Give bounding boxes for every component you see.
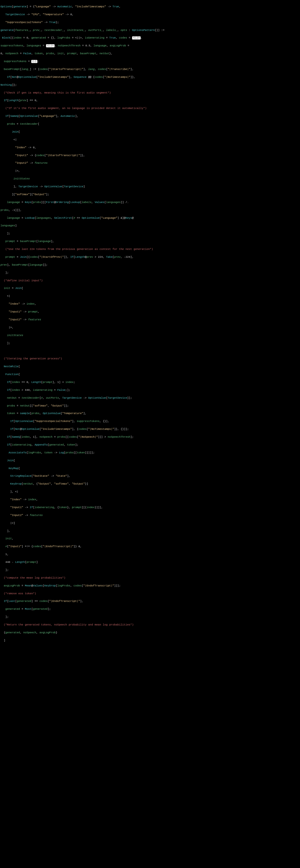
code-line: ]; (0, 232, 300, 236)
code-line: (*Use the last 224 tokens from the previ… (0, 247, 300, 251)
list-pill[interactable]: {…} (31, 60, 37, 63)
code-line: ], (0, 529, 300, 533)
code-line: (*remove eos token*) (0, 592, 300, 596)
code-line: "Input1" -> {codes["|StartofTranscript|"… (0, 154, 300, 158)
code-line: 448 - Length[prompt] (0, 560, 300, 564)
code-line: "Input1" -> prompt, (0, 310, 300, 314)
code-line: language = Keys[probs][[First@Ordering[L… (0, 200, 300, 205)
code-line: Function[ (0, 373, 300, 377)
code-line: ], <| (0, 490, 300, 494)
code-line: prompt = basePrompt[language], (0, 240, 300, 244)
code-line: (*Check if gen is empty, meaning this is… (0, 91, 300, 95)
code-line: If[SameQ[OptionValue["Language"], Automa… (0, 114, 300, 118)
code-line: TargetDevice -> "CPU", "Temperature" -> … (0, 13, 300, 17)
code-line: |>, (0, 326, 300, 330)
code-line: ] (0, 639, 300, 643)
code-line: |>, (0, 169, 300, 173)
code-line: KeyDrop[netOut, {"Output", "softmax", "O… (0, 482, 300, 486)
code-line: (*compute the mean log probabilities*) (0, 576, 300, 580)
code-line: 1, (0, 553, 300, 557)
code-line: NestWhile[ (0, 365, 300, 369)
code-line: prompt = Join[{codes["|StartOfPrev|"]}, … (0, 255, 300, 259)
code-line: Join[ (0, 130, 300, 134)
code-line: Join[ (0, 459, 300, 463)
code-line: ], TargetDevice -> OptionValue[TargetDev… (0, 185, 300, 189)
code-line: If[Last[generated] == codes["|EndofTrans… (0, 599, 300, 603)
association-pill[interactable]: <|…|> (46, 44, 55, 48)
code-line: probs = netOut[["softmax", "Output"]]; (0, 404, 300, 408)
code-line: languages] (0, 224, 300, 228)
code-line: "Index" -> 0, (0, 146, 300, 150)
code-line: suppressTokens = {…}; (0, 60, 300, 64)
code-line: token = sample[probs, OptionValue["Tempe… (0, 412, 300, 415)
code-line: ]; (0, 271, 300, 275)
code-line (0, 349, 300, 353)
code-line: If[Not@OptionValue["IncludeTimestamps"],… (0, 427, 300, 431)
code-line: |>] (0, 521, 300, 525)
code-line: AssociateTo[logProbs, token -> Log[probs… (0, 451, 300, 455)
code-line: #["Input1"] =!= {codes["|EndofTranscript… (0, 545, 300, 549)
code-line: initStates (0, 177, 300, 181)
code-line: <| (0, 138, 300, 142)
code-line: avgLogProb = Mean@Values[KeyDrop[logProb… (0, 584, 300, 588)
code-line: suppressTokens, languages = <|…|>, noSpe… (0, 44, 300, 48)
code-line: (*define initial input*) (0, 279, 300, 283)
code-line: "Index" -> index, (0, 302, 300, 306)
code-line: Options[generate] = {"Language" -> Autom… (0, 5, 300, 9)
code-line: prev], basePrompt[language]]; (0, 263, 300, 267)
code-line: ]; (0, 615, 300, 619)
code-line: <| (0, 294, 300, 298)
code-line: initStates (0, 334, 300, 338)
code-line: init, (0, 537, 300, 541)
code-line: generate[features_, prev_, textDecoder_,… (0, 29, 300, 32)
code-line: 0, noSpeech = False, token, probs, init,… (0, 52, 300, 56)
code-line: basePrompt[lang_] := {codes["|StartofTra… (0, 67, 300, 71)
code-line: ]; (0, 341, 300, 345)
code-line: If[index > 448, isGenerating = False;]; (0, 388, 300, 392)
code-line: ]; (0, 568, 300, 572)
code-line: If[index == 0, Length[prompt], 1] + inde… (0, 380, 300, 384)
code-line: language = Lookup[languages, SelectFirst… (0, 216, 300, 220)
code-line: generated = Most[generated]; (0, 607, 300, 611)
code-line: If[Length[prev] == 0, (0, 99, 300, 103)
code-line: init = Join[ (0, 286, 300, 290)
code-line: "Input2" -> features (0, 161, 300, 165)
code-line: Nothing]}; (0, 83, 300, 87)
code-line: "Input2" -> features (0, 514, 300, 518)
code-line: If[Not@OptionValue["IncludeTimestamps"],… (0, 75, 300, 79)
code-line: probs = textDecoder[ (0, 122, 300, 126)
code-line: StringReplace["OutState" -> "State"], (0, 474, 300, 478)
code-line: probs, -1]]], (0, 209, 300, 212)
code-line: (*If it's the first audio segment, an no… (0, 106, 300, 111)
code-line: "SuppressSpecialTokens" -> True}; (0, 21, 300, 25)
code-line: (*Iterating the generation process*) (0, 357, 300, 361)
code-line: If[OptionValue["SuppressSpecialTokens"],… (0, 420, 300, 424)
code-line: KeyMap[ (0, 467, 300, 471)
code-block: Options[generate] = {"Language" -> Autom… (0, 0, 300, 648)
code-line: (*Return the generated tokens, noSpeech … (0, 623, 300, 627)
code-line: ]["softmax"]["Output"]; (0, 193, 300, 197)
association-pill[interactable]: <|…|> (132, 36, 141, 39)
code-line: {generated, noSpeech, avgLogProb} (0, 631, 300, 635)
code-line: "Input1" -> If[isGenerating, {token}, pr… (0, 506, 300, 509)
code-line: If[SameQ[index, 1], noSpeech = probs[[co… (0, 435, 300, 439)
code-line: Block[{index = 0, generated = {}, logPro… (0, 36, 300, 40)
code-line: "Index" -> index, (0, 498, 300, 502)
code-line: If[isGenerating, AppendTo[generated, tok… (0, 443, 300, 447)
code-line: "Input2" -> features (0, 318, 300, 322)
code-line: netOut = textDecoder[#, outPorts, Target… (0, 396, 300, 400)
